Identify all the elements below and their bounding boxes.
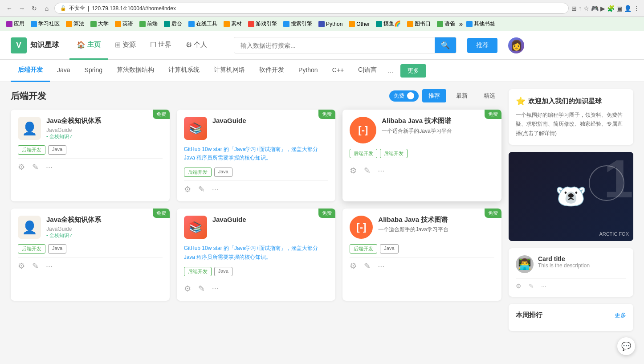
bookmark-assets[interactable]: 素材 [221, 19, 245, 29]
card-edit-icon-1[interactable]: ✎ [32, 162, 39, 172]
bookmark-english[interactable]: 英语 [112, 19, 136, 29]
card-tag-6-1[interactable]: Java [380, 244, 398, 254]
card-tag-5-0[interactable]: 后端开发 [184, 267, 212, 276]
logo-icon: V [11, 37, 27, 53]
bookmark-apps[interactable]: 应用 [4, 19, 27, 29]
card-edit-icon-4[interactable]: ✎ [32, 261, 39, 271]
card-tag-5-1[interactable]: Java [214, 267, 232, 276]
card-more-icon-6[interactable]: ··· [378, 262, 384, 271]
bookmark-fish[interactable]: 摸鱼🌈 [373, 19, 404, 29]
bookmark-study[interactable]: 学习社区 [28, 19, 62, 29]
nav-personal[interactable]: ⚙ 个人 [179, 31, 214, 60]
card-tag-4-1[interactable]: Java [48, 244, 66, 254]
url-bar[interactable]: 🔓 不安全 | 120.79.138.14:10004/#/home/index [54, 3, 569, 14]
card-4: 免费 Java全栈知识体系 JavaGuide • 全栈知识✓ 后端开发 Jav… [11, 209, 170, 300]
free-toggle[interactable]: 免费 [389, 90, 419, 102]
card-more-icon-4[interactable]: ··· [46, 262, 53, 271]
sidebar-banner[interactable]: 1 🐻‍❄️ ARCTIC FOX [509, 152, 633, 241]
profile-button[interactable]: 👤 [624, 5, 632, 12]
nav-world[interactable]: ☐ 世界 [143, 31, 179, 60]
cat-tab-python[interactable]: Python [291, 60, 325, 82]
ext2-button[interactable]: 🧩 [607, 5, 615, 12]
search-input[interactable] [234, 38, 435, 53]
logo-area[interactable]: V 知识星球 [11, 37, 59, 53]
bookmark-search[interactable]: 搜索引擎 [281, 19, 315, 29]
card-tag-2-0[interactable]: 后端开发 [184, 168, 212, 177]
bookmark-frontend[interactable]: 前端 [137, 19, 160, 29]
card-more-icon-2[interactable]: ··· [212, 185, 219, 194]
extensions-button[interactable]: 🎮 [591, 5, 599, 12]
bookmark-tools[interactable]: 在线工具 [186, 19, 220, 29]
bookmark-algo[interactable]: 算法 [63, 19, 87, 29]
cat-tab-cpp[interactable]: C++ [325, 60, 351, 82]
card-gear-icon-2[interactable]: ⚙ [184, 184, 191, 194]
section-header: 后端开发 免费 推荐 最新 精选 [11, 89, 501, 102]
cat-tab-backend[interactable]: 后端开发 [11, 60, 50, 82]
card-more-icon-5[interactable]: ··· [212, 284, 219, 293]
bookmark-uni[interactable]: 大学 [88, 19, 111, 29]
filter-featured[interactable]: 精选 [477, 89, 501, 102]
translate-button[interactable]: ⊞ [571, 5, 577, 12]
bookmark-button[interactable]: ☆ [583, 5, 589, 12]
card-edit-icon-3[interactable]: ✎ [364, 166, 371, 176]
media-button[interactable]: ▶ [600, 5, 605, 12]
cat-tab-more-dots[interactable]: ... [384, 67, 397, 75]
home-button[interactable]: ⌂ [42, 4, 52, 13]
bookmark-python[interactable]: Python [316, 20, 345, 28]
bookmarks-more[interactable]: » [459, 20, 463, 28]
card-more-icon-3[interactable]: ··· [378, 166, 384, 176]
cat-tab-algo[interactable]: 算法数据结构 [110, 60, 161, 82]
forward-button[interactable]: → [17, 4, 27, 13]
card-tag-6-0[interactable]: 后端开发 [350, 244, 377, 254]
bookmark-other[interactable]: Other [346, 20, 372, 28]
reload-button[interactable]: ↻ [29, 4, 39, 13]
other2-icon [466, 21, 473, 27]
menu-button[interactable]: ⋮ [633, 5, 640, 12]
bookmark-gameengine[interactable]: 游戏引擎 [245, 19, 280, 29]
card-tag-3-0[interactable]: 后端开发 [350, 149, 377, 158]
nav-home[interactable]: 🏠 主页 [69, 31, 108, 60]
cat-tab-java[interactable]: Java [50, 60, 77, 82]
bookmark-other2[interactable]: 其他书签 [464, 19, 498, 29]
security-label: 不安全 [69, 4, 85, 12]
card-tag-4-0[interactable]: 后端开发 [18, 244, 45, 254]
recommend-button[interactable]: 推荐 [467, 38, 497, 53]
share-button[interactable]: ↑ [579, 5, 582, 12]
card-gear-icon-6[interactable]: ⚙ [350, 261, 357, 271]
cat-tab-os[interactable]: 计算机系统 [161, 60, 207, 82]
apps-icon [6, 21, 12, 27]
more-button[interactable]: 更多 [400, 64, 426, 78]
search-button[interactable]: 🔍 [435, 37, 456, 53]
card-edit-icon-5[interactable]: ✎ [198, 284, 205, 294]
sidebar-gear-icon[interactable]: ⚙ [516, 282, 522, 290]
card-tag-3-1[interactable]: 后端开发 [380, 149, 408, 158]
sidebar-button[interactable]: ▣ [616, 5, 622, 12]
filter-latest[interactable]: 最新 [450, 89, 474, 102]
cat-tab-clang[interactable]: C|语言 [351, 60, 384, 82]
cat-tab-software[interactable]: 软件开发 [252, 60, 291, 82]
card-edit-icon-2[interactable]: ✎ [198, 184, 205, 194]
card-gear-icon-1[interactable]: ⚙ [18, 162, 25, 172]
nav-resources[interactable]: ⊞ 资源 [108, 31, 143, 60]
bookmark-backend[interactable]: 后台 [161, 19, 185, 29]
bookmark-books[interactable]: 图书口 [404, 19, 433, 29]
back-button[interactable]: ← [4, 4, 14, 13]
card-tag-2-1[interactable]: Java [214, 168, 232, 177]
sidebar-edit-icon[interactable]: ✎ [529, 282, 534, 290]
card-actions-6: ⚙ ✎ ··· [350, 257, 494, 271]
bookmark-yuque[interactable]: 语雀 [434, 19, 458, 29]
card-gear-icon-5[interactable]: ⚙ [184, 284, 191, 294]
card-edit-icon-6[interactable]: ✎ [364, 261, 371, 271]
filter-recommend[interactable]: 推荐 [422, 89, 446, 102]
chat-bubble[interactable]: 💬 [617, 337, 635, 355]
avatar[interactable]: 👩 [508, 37, 524, 53]
card-tag-1-1[interactable]: Java [48, 145, 66, 155]
card-gear-icon-3[interactable]: ⚙ [350, 166, 357, 176]
ranking-more[interactable]: 更多 [615, 311, 626, 319]
cat-tab-spring[interactable]: Spring [77, 60, 110, 82]
sidebar-more-icon[interactable]: ··· [541, 282, 546, 290]
card-tag-1-0[interactable]: 后端开发 [18, 145, 45, 155]
card-gear-icon-4[interactable]: ⚙ [18, 261, 25, 271]
cat-tab-network[interactable]: 计算机网络 [207, 60, 252, 82]
card-more-icon-1[interactable]: ··· [46, 163, 53, 172]
